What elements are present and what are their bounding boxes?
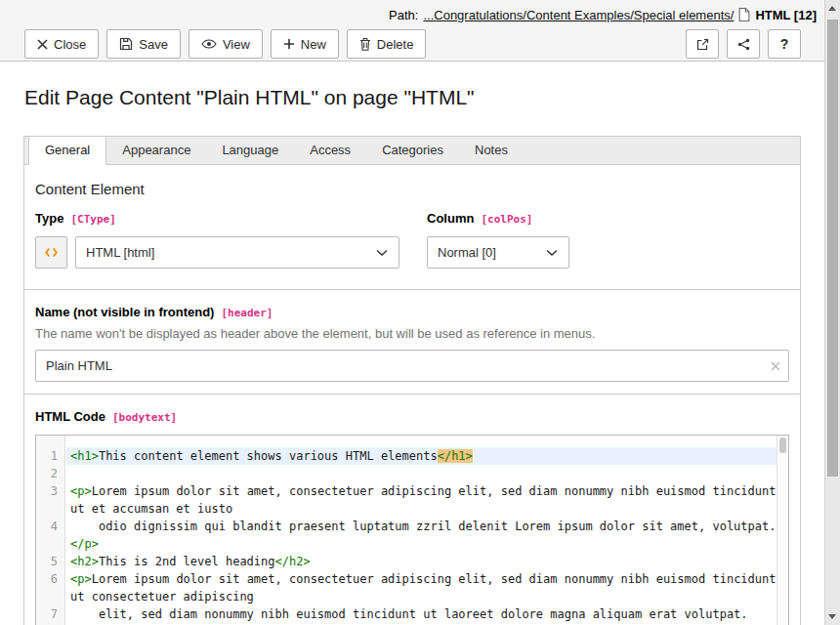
new-icon (283, 38, 295, 50)
column-code-tag: [colPos] (481, 213, 532, 226)
name-input[interactable] (35, 350, 789, 382)
close-icon (37, 39, 48, 50)
external-link-icon (696, 38, 709, 51)
toolbar: Close Save View (0, 29, 824, 61)
column-select-value: Normal [0] (438, 245, 496, 260)
tab-language[interactable]: Language (206, 137, 294, 165)
delete-button[interactable]: Delete (347, 29, 427, 59)
delete-icon (359, 37, 371, 51)
line-number: 5 (36, 553, 65, 570)
toolbar-right-group: ? (686, 29, 801, 59)
type-field-group: Type[CType] HTML [html] (35, 209, 399, 269)
name-label: Name (not visible in frontend) (35, 305, 214, 319)
close-button[interactable]: Close (24, 29, 99, 59)
line-number: 7 (36, 605, 65, 625)
section-content-element: Content Element Type[CType] (24, 165, 800, 289)
toolbar-left-group: Close Save View (24, 29, 426, 59)
close-button-label: Close (54, 37, 86, 52)
tab-access[interactable]: Access (294, 137, 366, 165)
editor-scrollbar-thumb[interactable] (779, 438, 786, 453)
code-lines: 1<h1>This content element shows various … (36, 436, 788, 625)
page-scrollbar[interactable] (824, 0, 840, 625)
type-select-value: HTML [html] (86, 245, 154, 260)
open-in-new-window-button[interactable] (686, 29, 719, 59)
tab-strip: GeneralAppearanceLanguageAccessCategorie… (24, 137, 800, 165)
code-line: 5<h2>This is 2nd level heading</h2> (36, 553, 788, 570)
code-line: 7 elit, sed diam nonummy nibh euismod ti… (36, 605, 788, 625)
help-icon: ? (780, 36, 789, 52)
share-button[interactable] (727, 29, 760, 59)
breadcrumb: Path: ...Congratulations/Content Example… (0, 0, 824, 29)
form-panel: GeneralAppearanceLanguageAccessCategorie… (23, 136, 801, 625)
chevron-down-icon (376, 249, 388, 256)
typo3-backend-window: Path: ...Congratulations/Content Example… (0, 0, 840, 625)
html-code-label: HTML Code (35, 409, 105, 424)
name-code-tag: [header] (221, 307, 273, 319)
save-icon (119, 37, 133, 51)
path-label: Path: (389, 8, 418, 22)
help-button[interactable]: ? (768, 29, 801, 59)
code-line: 2 (36, 465, 788, 482)
name-help-text: The name won't be displayed as header ab… (35, 326, 789, 341)
section-name: Name (not visible in frontend)[header] T… (24, 289, 800, 394)
view-button-label: View (223, 37, 250, 52)
code-line: 3<p>Lorem ipsum dolor sit amet, consecte… (36, 482, 788, 518)
record-title: HTML [12] (755, 8, 817, 22)
clear-input-icon[interactable] (771, 361, 780, 371)
line-text: elit, sed diam nonummy nibh euismod tinc… (66, 605, 777, 625)
line-number: 4 (36, 518, 65, 553)
code-line: 4 odio dignissim qui blandit praesent lu… (36, 518, 788, 553)
view-icon (201, 39, 217, 49)
page-scrollbar-thumb[interactable] (827, 20, 838, 477)
column-select[interactable]: Normal [0] (427, 236, 569, 269)
tab-appearance[interactable]: Appearance (106, 137, 206, 165)
column-field-group: Column[colPos] Normal [0] (427, 209, 569, 269)
line-text (66, 465, 777, 482)
view-button[interactable]: View (189, 29, 263, 59)
line-text: odio dignissim qui blandit praesent lupt… (66, 518, 777, 553)
scroll-down-icon[interactable] (828, 614, 836, 619)
type-label: Type (35, 211, 63, 226)
save-button-label: Save (139, 37, 168, 52)
html-code-code-tag: [bodytext] (112, 411, 177, 424)
scroll-up-icon[interactable] (828, 6, 836, 11)
delete-button-label: Delete (377, 37, 414, 52)
share-icon (737, 38, 750, 51)
path-link[interactable]: ...Congratulations/Content Examples/Spec… (423, 8, 734, 22)
page-icon (738, 8, 750, 21)
line-number: 3 (36, 482, 65, 518)
type-code-tag: [CType] (70, 213, 115, 226)
save-button[interactable]: Save (106, 29, 181, 59)
html-content-icon (45, 247, 58, 258)
tab-general[interactable]: General (28, 137, 106, 165)
tab-notes[interactable]: Notes (459, 137, 524, 165)
content-type-icon-box (35, 236, 67, 269)
code-editor[interactable]: 1<h1>This content element shows various … (35, 435, 789, 625)
new-button[interactable]: New (271, 29, 339, 59)
editor-scrollbar[interactable] (777, 436, 788, 625)
module-body: Edit Page Content "Plain HTML" on page "… (0, 62, 824, 625)
content-element-heading: Content Element (35, 181, 789, 197)
line-text: <p>Lorem ipsum dolor sit amet, consectet… (66, 482, 777, 518)
page-title: Edit Page Content "Plain HTML" on page "… (24, 86, 801, 109)
line-text: <h1>This content element shows various H… (66, 447, 777, 465)
section-html-code: HTML Code[bodytext] 1<h1>This content el… (24, 394, 800, 625)
tab-categories[interactable]: Categories (366, 137, 459, 165)
line-number: 6 (36, 570, 65, 605)
type-select[interactable]: HTML [html] (75, 236, 399, 269)
edit-content-module: Path: ...Congratulations/Content Example… (0, 0, 824, 625)
code-line: 1<h1>This content element shows various … (36, 447, 788, 465)
line-number: 2 (36, 465, 65, 482)
code-line: 6<p>Lorem ipsum dolor sit amet, consecte… (36, 570, 788, 605)
line-text: <h2>This is 2nd level heading</h2> (66, 553, 777, 570)
line-text: <p>Lorem ipsum dolor sit amet, consectet… (66, 570, 777, 605)
chevron-down-icon (546, 249, 558, 256)
line-number: 1 (36, 447, 65, 465)
doc-header: Path: ...Congratulations/Content Example… (0, 0, 824, 62)
column-label: Column (427, 211, 474, 226)
new-button-label: New (301, 37, 326, 52)
